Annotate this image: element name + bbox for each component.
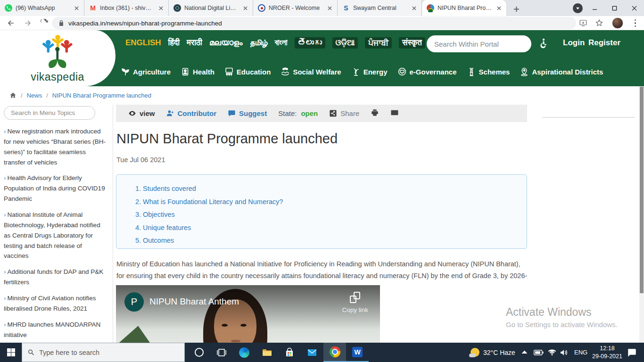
copy-link-icon[interactable] bbox=[350, 292, 360, 303]
sidebar-news-item[interactable]: ›Health Advisory for Elderly Population … bbox=[4, 173, 108, 204]
browser-update-icon[interactable] bbox=[573, 3, 583, 13]
url-field[interactable]: vikaspedia.in/news/nipun-bharat-programm… bbox=[52, 17, 576, 29]
tab-close-icon[interactable] bbox=[410, 4, 418, 12]
toc-item[interactable]: Objectives bbox=[143, 211, 527, 218]
logo-panel[interactable]: vikaspedia bbox=[0, 30, 116, 86]
login-link[interactable]: Login bbox=[563, 38, 585, 48]
new-tab-button[interactable] bbox=[509, 2, 523, 16]
task-view-button[interactable] bbox=[210, 343, 233, 362]
nav-health[interactable]: Health bbox=[181, 67, 215, 76]
lang-sanskrit[interactable]: संस्कृत bbox=[399, 37, 425, 49]
lang-marathi[interactable]: मराठी bbox=[187, 38, 202, 48]
profile-avatar[interactable] bbox=[612, 17, 623, 29]
install-icon[interactable] bbox=[579, 19, 587, 27]
print-icon[interactable] bbox=[371, 108, 379, 119]
file-explorer-button[interactable] bbox=[256, 343, 278, 362]
share-button[interactable]: Share bbox=[329, 109, 359, 117]
tab-close-icon[interactable] bbox=[495, 4, 503, 12]
taskbar-search[interactable] bbox=[22, 343, 185, 362]
nav-egovernance[interactable]: e-Governance bbox=[397, 67, 457, 76]
tab-close-icon[interactable] bbox=[326, 4, 333, 12]
toc-item[interactable]: What is Foundational Literacy and Numera… bbox=[143, 198, 527, 206]
menu-topics-search[interactable] bbox=[4, 106, 95, 120]
sidebar-news-item[interactable]: ›MHRD launches MANODARPAN initiative bbox=[4, 320, 108, 340]
lang-telugu[interactable]: తెలుగు bbox=[295, 37, 325, 49]
tab-ndl[interactable]: National Digital Librar bbox=[169, 0, 253, 16]
view-button[interactable]: view bbox=[128, 109, 155, 117]
copy-link-label[interactable]: Copy link bbox=[342, 306, 368, 313]
nav-energy[interactable]: Energy bbox=[351, 67, 388, 76]
minimize-button[interactable] bbox=[585, 0, 604, 16]
tab-gmail[interactable]: M Inbox (361) - shivanity bbox=[84, 0, 169, 16]
contributor-button[interactable]: Contributor bbox=[166, 109, 216, 117]
lang-malayalam[interactable]: മലയാളം bbox=[209, 38, 242, 48]
browser-menu-icon[interactable] bbox=[635, 19, 636, 28]
battery-indicator[interactable] bbox=[534, 343, 544, 362]
nav-education[interactable]: Education bbox=[224, 67, 271, 76]
menu-topics-search-input[interactable] bbox=[11, 109, 88, 116]
tab-whatsapp[interactable]: (96) WhatsApp bbox=[0, 0, 84, 16]
sidebar-news-item[interactable]: ›National Institute of Animal Biotechnol… bbox=[4, 210, 108, 261]
nav-schemes[interactable]: Schemes bbox=[467, 67, 510, 76]
portal-search[interactable] bbox=[427, 35, 531, 52]
lang-punjabi[interactable]: ਪੰਜਾਬੀ bbox=[365, 37, 392, 49]
cortana-button[interactable] bbox=[188, 343, 210, 362]
tab-close-icon[interactable] bbox=[241, 4, 249, 12]
toc-item[interactable]: Outcomes bbox=[143, 237, 527, 244]
email-icon[interactable] bbox=[390, 108, 399, 119]
home-icon[interactable] bbox=[9, 92, 17, 99]
nav-social-welfare[interactable]: Social Welfare bbox=[281, 67, 341, 76]
chrome-button[interactable] bbox=[323, 343, 346, 362]
video-channel-avatar[interactable]: P bbox=[124, 292, 144, 312]
taskbar-search-input[interactable] bbox=[39, 349, 179, 356]
toc-item[interactable]: Unique features bbox=[143, 224, 527, 231]
edge-button[interactable] bbox=[233, 343, 256, 362]
share-icon bbox=[329, 109, 337, 117]
tray-chevron[interactable] bbox=[521, 343, 528, 362]
action-center-button[interactable] bbox=[627, 343, 636, 362]
word-button[interactable]: W bbox=[346, 343, 369, 362]
lang-tamil[interactable]: தமிழ் bbox=[249, 38, 267, 48]
tab-close-icon[interactable] bbox=[73, 4, 80, 12]
breadcrumb-news[interactable]: News bbox=[27, 92, 42, 99]
tab-title: NROER - Welcome bbox=[269, 5, 322, 11]
scrollbar-thumb[interactable] bbox=[640, 87, 644, 293]
video-title[interactable]: NIPUN Bharat Anthem bbox=[149, 296, 239, 307]
start-button[interactable] bbox=[0, 343, 22, 362]
refresh-icon[interactable] bbox=[41, 19, 49, 27]
lang-odia[interactable]: ଓଡ଼ିଆ bbox=[332, 37, 358, 49]
clock[interactable]: 12:1829-09-2021 bbox=[592, 343, 622, 362]
page-scrollbar[interactable] bbox=[639, 86, 644, 343]
wifi-indicator[interactable] bbox=[548, 343, 556, 362]
lang-english[interactable]: ENGLISH bbox=[125, 38, 161, 48]
tab-nroer[interactable]: NROER - Welcome bbox=[253, 0, 338, 16]
tab-nipun-active[interactable]: NIPUN Bharat Program bbox=[422, 0, 506, 16]
maximize-button[interactable] bbox=[604, 0, 624, 16]
tab-swayam[interactable]: S Swayam Central bbox=[338, 0, 422, 16]
mail-button[interactable] bbox=[301, 343, 323, 362]
article-toolbar: view Contributor Suggest State:open Shar… bbox=[116, 105, 527, 122]
register-link[interactable]: Register bbox=[588, 38, 620, 48]
weather-widget[interactable]: 32°C Haze bbox=[471, 343, 515, 362]
breadcrumb-current[interactable]: NIPUN Bharat Programme launched bbox=[52, 92, 151, 99]
sidebar-news-item[interactable]: ›Ministry of Civil Aviation notifies lib… bbox=[4, 293, 108, 314]
back-icon[interactable] bbox=[7, 19, 15, 27]
portal-search-input[interactable] bbox=[434, 40, 524, 48]
language-indicator[interactable]: ENG bbox=[574, 343, 587, 362]
volume-indicator[interactable] bbox=[560, 343, 569, 362]
tab-close-icon[interactable] bbox=[157, 4, 165, 12]
forward-icon[interactable] bbox=[24, 19, 32, 27]
sidebar-news-item[interactable]: ›New registration mark introduced for ne… bbox=[4, 126, 108, 167]
lang-bengali[interactable]: বাংলা bbox=[275, 38, 288, 48]
suggest-button[interactable]: Suggest bbox=[228, 109, 267, 117]
accessibility-icon[interactable] bbox=[537, 38, 549, 51]
nav-aspirational-districts[interactable]: Aspirational Districts bbox=[520, 67, 603, 76]
nav-agriculture[interactable]: Agriculture bbox=[121, 67, 171, 76]
toc-item[interactable]: Students covered bbox=[143, 185, 527, 192]
store-button[interactable] bbox=[278, 343, 301, 362]
bookmark-star-icon[interactable] bbox=[595, 19, 603, 27]
lang-hindi[interactable]: हिंदी bbox=[168, 38, 180, 48]
close-button[interactable] bbox=[624, 0, 644, 16]
nroer-icon bbox=[258, 4, 265, 12]
sidebar-news-item[interactable]: ›Additional funds for DAP and P&K fertil… bbox=[4, 267, 108, 288]
